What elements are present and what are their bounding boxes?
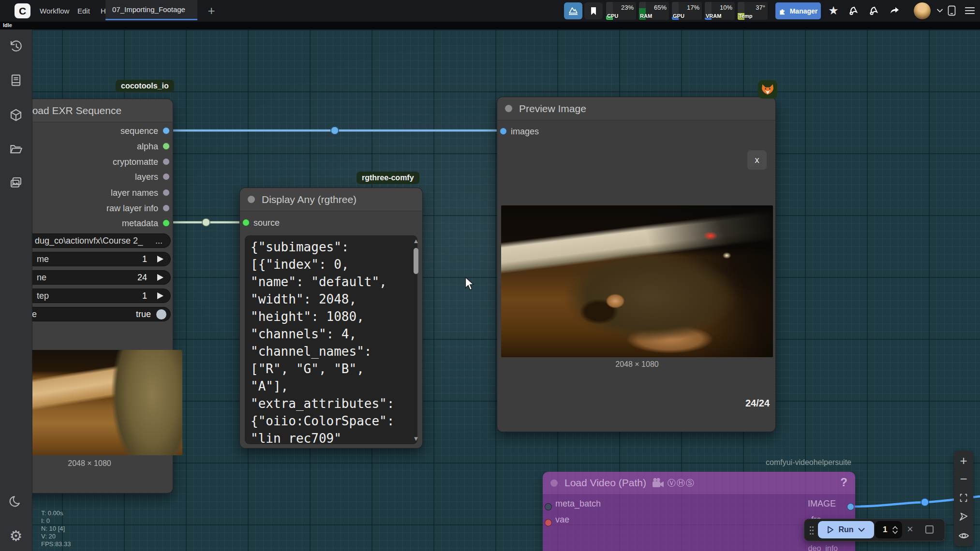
cpu-meter[interactable]: 23% CPU [606, 2, 636, 20]
device-panel-icon[interactable] [943, 3, 960, 18]
vram-meter[interactable]: 10% VRAM [705, 2, 735, 20]
fit-view-icon[interactable] [954, 489, 973, 507]
stepper-arrow-icon[interactable] [157, 292, 163, 299]
workflow-tab[interactable]: 07_Importing_Footage [105, 0, 197, 20]
drag-handle[interactable] [809, 525, 814, 535]
path-widget[interactable]: dug_co\actionvfx\Course 2_ ... [15, 233, 171, 248]
chevron-down-icon[interactable] [892, 531, 898, 534]
widget-value: 1 [142, 254, 147, 264]
display-any-node[interactable]: Display Any (rgthree) source {"subimages… [239, 188, 423, 449]
display-text-area[interactable]: {"subimages": [{"index": 0, "name": "def… [245, 235, 417, 444]
comfyui-app: comfyui-videohelpersuite Load Video (Pat… [0, 0, 980, 551]
share-icon[interactable] [886, 3, 903, 18]
changelog-icon[interactable] [8, 72, 24, 88]
batch-count-stepper[interactable]: 1 [875, 521, 902, 538]
help-icon[interactable]: ? [840, 476, 847, 489]
output-port-layers[interactable] [163, 173, 170, 180]
video-node-header[interactable]: Load Video (Path) ⓋⒽⓈ ? [543, 472, 855, 494]
input-port-images[interactable] [500, 128, 507, 135]
number-widget-step[interactable]: tep 1 [15, 289, 171, 303]
load-exr-sequence-node[interactable]: Load EXR Sequence sequence alpha cryptom… [12, 99, 173, 493]
meter-label: VRAM [706, 13, 721, 19]
output-port-sequence[interactable] [163, 127, 170, 134]
input-port-source[interactable] [242, 219, 250, 226]
number-widget-start[interactable]: me 1 [15, 252, 171, 266]
puzzle-icon [779, 7, 787, 15]
gpu-meter[interactable]: 17% GPU [672, 2, 702, 20]
exr-preview-image[interactable] [15, 350, 182, 455]
collapse-dot[interactable] [248, 196, 255, 203]
code-line: "height": 1080, [251, 308, 405, 325]
workflows-icon[interactable] [8, 141, 24, 157]
frame-counter: 24/24 [745, 398, 770, 409]
node-library-icon[interactable] [8, 107, 24, 123]
output-port-image[interactable] [847, 503, 854, 510]
preview-image[interactable] [501, 205, 773, 357]
scroll-down-icon[interactable]: ▼ [412, 435, 420, 442]
select-mode-icon[interactable] [954, 508, 973, 526]
output-port-raw-layer-info[interactable] [163, 204, 170, 212]
manager-button[interactable]: Manager [775, 2, 821, 19]
code-line: {"subimages": [251, 238, 405, 256]
fox-bookmark-icon[interactable] [846, 3, 862, 18]
chevron-down-icon [858, 528, 865, 532]
menu-workflow[interactable]: Workflow [36, 0, 73, 22]
output-label: layer names [111, 188, 158, 198]
scroll-thumb[interactable] [414, 248, 418, 274]
stepper-arrow-icon[interactable] [157, 256, 163, 262]
comfyui-logo[interactable]: C [15, 3, 30, 18]
collapse-dot[interactable] [550, 479, 558, 487]
menu-bar: C Workflow Edit Help 07_Importing_Footag… [0, 0, 980, 22]
media-gallery-icon[interactable] [8, 174, 24, 191]
toggle-widget[interactable]: e true [15, 307, 171, 321]
bookmark-button[interactable] [584, 2, 603, 19]
input-label: vae [555, 515, 569, 525]
input-port-meta-batch[interactable] [545, 503, 552, 510]
input-port-vae[interactable] [545, 519, 552, 526]
output-port-layer-names[interactable] [163, 189, 170, 196]
scroll-up-icon[interactable]: ▲ [412, 237, 420, 245]
history-icon[interactable] [8, 38, 24, 55]
cancel-icon[interactable]: × [907, 524, 913, 535]
stepper-arrow-icon[interactable] [157, 274, 163, 281]
zoom-out-icon[interactable]: − [954, 470, 973, 488]
new-tab-button[interactable]: + [203, 3, 220, 18]
meter-label: RAM [640, 13, 652, 19]
preview-image-node[interactable]: Preview Image images x 2048 × 1080 24/24 [497, 97, 776, 432]
output-label: layers [135, 172, 158, 182]
assets-button[interactable] [564, 2, 582, 19]
meter-value: 23% [621, 4, 634, 11]
collapse-dot[interactable] [505, 105, 512, 112]
output-port-cryptomatte[interactable] [163, 158, 170, 165]
output-port-alpha[interactable] [163, 143, 170, 150]
run-button[interactable]: Run [818, 521, 874, 538]
star-icon[interactable]: ★ [825, 3, 842, 18]
fox-bookmark-icon[interactable] [866, 3, 882, 18]
theme-moon-icon[interactable] [8, 493, 24, 510]
stop-icon[interactable] [925, 525, 934, 534]
widget-label: e [32, 309, 37, 319]
close-button[interactable]: x [747, 150, 767, 170]
ram-meter[interactable]: 65% RAM [639, 2, 669, 20]
zoom-in-icon[interactable]: + [954, 451, 973, 470]
menu-icon[interactable] [962, 3, 978, 18]
run-toolbar[interactable]: Run 1 × [804, 519, 945, 541]
number-widget-end[interactable]: ne 24 [15, 270, 171, 285]
meter-label: GPU [673, 13, 684, 19]
display-node-header[interactable]: Display Any (rgthree) [240, 188, 422, 211]
preview-node-header[interactable]: Preview Image [497, 97, 775, 120]
menu-edit[interactable]: Edit [74, 0, 94, 22]
toggle-knob[interactable] [156, 309, 166, 319]
eye-icon[interactable] [954, 526, 973, 545]
temp-meter[interactable]: 37° Temp [738, 2, 768, 20]
output-port-metadata[interactable] [163, 219, 170, 227]
code-line: {"oiio:ColorSpace": [251, 412, 405, 430]
settings-gear-icon[interactable]: ⚙ [8, 527, 24, 544]
code-line: "channels": 4, [251, 325, 405, 343]
stat-line: T: 0.00s [41, 509, 71, 517]
canvas-controls-toolbar[interactable]: + − [954, 450, 973, 546]
scrollbar[interactable]: ▲ ▼ [412, 237, 420, 442]
exr-node-header[interactable]: Load EXR Sequence [12, 99, 173, 122]
avatar[interactable] [913, 2, 931, 20]
chevron-up-icon[interactable] [892, 526, 898, 529]
